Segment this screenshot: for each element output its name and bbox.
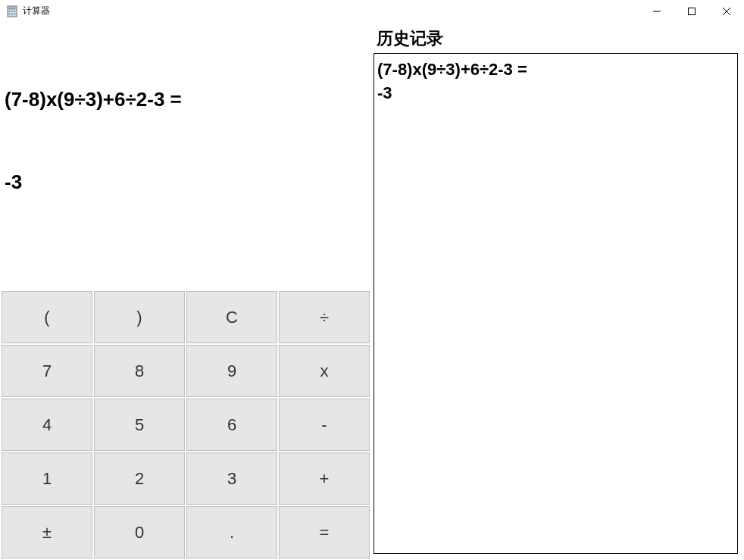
history-entry: (7-8)x(9÷3)+6÷2-3 = -3 bbox=[377, 58, 734, 105]
svg-rect-2 bbox=[9, 11, 11, 12]
svg-rect-3 bbox=[11, 11, 13, 12]
svg-rect-7 bbox=[14, 13, 16, 14]
calculator-app-icon bbox=[6, 5, 18, 17]
svg-rect-6 bbox=[11, 13, 13, 14]
key-8[interactable]: 8 bbox=[94, 345, 185, 397]
history-pane: 历史记录 (7-8)x(9÷3)+6÷2-3 = -3 bbox=[371, 23, 744, 560]
key-multiply[interactable]: x bbox=[279, 345, 370, 397]
key-decimal[interactable]: . bbox=[186, 506, 277, 558]
app-body: (7-8)x(9÷3)+6÷2-3 = -3 ( ) C ÷ 7 8 9 x 4… bbox=[0, 23, 744, 560]
key-lparen[interactable]: ( bbox=[2, 291, 92, 343]
svg-rect-1 bbox=[9, 7, 16, 9]
key-6[interactable]: 6 bbox=[186, 399, 277, 451]
history-title: 历史记录 bbox=[374, 23, 744, 53]
maximize-button[interactable] bbox=[674, 0, 709, 23]
key-plus[interactable]: + bbox=[279, 452, 370, 505]
minimize-icon bbox=[653, 8, 661, 15]
key-3[interactable]: 3 bbox=[186, 452, 277, 505]
history-box: (7-8)x(9÷3)+6÷2-3 = -3 bbox=[374, 53, 738, 554]
key-4[interactable]: 4 bbox=[2, 399, 92, 451]
key-minus[interactable]: - bbox=[279, 399, 370, 451]
key-9[interactable]: 9 bbox=[186, 345, 277, 397]
svg-rect-5 bbox=[9, 13, 11, 14]
svg-rect-4 bbox=[14, 11, 16, 12]
key-clear[interactable]: C bbox=[186, 291, 277, 343]
key-1[interactable]: 1 bbox=[2, 452, 92, 505]
maximize-icon bbox=[688, 8, 696, 15]
key-7[interactable]: 7 bbox=[2, 345, 92, 397]
display-expression: (7-8)x(9÷3)+6÷2-3 = bbox=[5, 86, 367, 113]
display-result: -3 bbox=[5, 168, 367, 196]
minimize-button[interactable] bbox=[639, 0, 674, 23]
close-icon bbox=[723, 8, 730, 15]
key-plusminus[interactable]: ± bbox=[2, 506, 92, 558]
display: (7-8)x(9÷3)+6÷2-3 = -3 bbox=[0, 23, 371, 291]
titlebar: 计算器 bbox=[0, 0, 744, 23]
key-divide[interactable]: ÷ bbox=[279, 291, 370, 343]
key-equals[interactable]: = bbox=[279, 506, 370, 558]
key-5[interactable]: 5 bbox=[94, 399, 185, 451]
close-button[interactable] bbox=[709, 0, 744, 23]
window-title: 计算器 bbox=[23, 5, 50, 17]
key-rparen[interactable]: ) bbox=[94, 291, 185, 343]
key-2[interactable]: 2 bbox=[94, 452, 185, 505]
key-0[interactable]: 0 bbox=[94, 506, 185, 558]
keypad: ( ) C ÷ 7 8 9 x 4 5 6 - 1 2 3 + ± 0 . = bbox=[0, 291, 371, 560]
calculator-pane: (7-8)x(9÷3)+6÷2-3 = -3 ( ) C ÷ 7 8 9 x 4… bbox=[0, 23, 371, 560]
svg-rect-9 bbox=[689, 8, 696, 14]
